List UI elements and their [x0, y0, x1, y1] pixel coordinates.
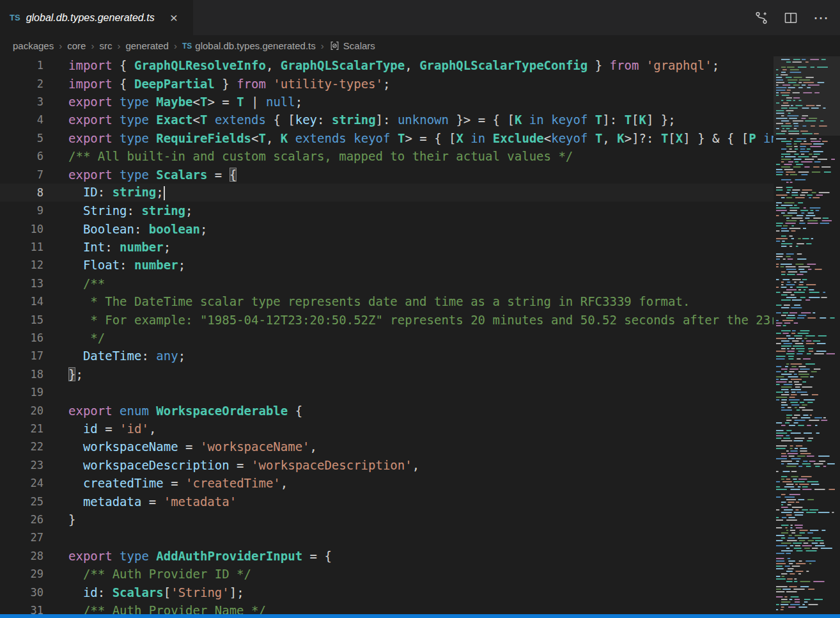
line-number[interactable]: 10	[0, 223, 43, 235]
code-line[interactable]: 6/** All built-in and custom scalars, ma…	[0, 147, 774, 165]
code-line[interactable]: 17 DateTime: any;	[0, 347, 774, 365]
line-number[interactable]: 23	[0, 459, 43, 471]
code-token: =	[229, 458, 251, 472]
line-number[interactable]: 15	[0, 313, 43, 326]
breadcrumb-item-src[interactable]: src	[99, 40, 112, 51]
code-token: =	[98, 422, 120, 436]
code-token: }> = { [	[449, 113, 515, 127]
code-line[interactable]: 12 Float: number;	[0, 256, 774, 274]
breadcrumb-item-file[interactable]: TS global.db.types.generated.ts	[182, 40, 316, 51]
code-line[interactable]: 8 ID: string;	[0, 184, 774, 202]
line-number[interactable]: 3	[0, 95, 43, 108]
code-token: ,	[310, 440, 317, 454]
code-token: ,	[412, 458, 419, 472]
code-line[interactable]: 3export type Maybe<T> = T | null;	[0, 93, 774, 111]
code-token: ,	[602, 131, 617, 145]
code-editor[interactable]: 1import { GraphQLResolveInfo, GraphQLSca…	[0, 56, 774, 614]
code-text: export type Maybe<T> = T | null;	[68, 95, 302, 109]
minimap-slider[interactable]	[774, 56, 840, 136]
code-line[interactable]: 29 /** Auth Provider ID */	[0, 565, 774, 583]
code-token	[68, 331, 90, 345]
line-number[interactable]: 30	[0, 586, 43, 599]
line-number[interactable]: 2	[0, 77, 43, 90]
line-number[interactable]: 17	[0, 349, 43, 362]
code-line[interactable]: 31 /** Auth Provider Name */	[0, 601, 774, 614]
line-number[interactable]: 22	[0, 440, 43, 453]
code-line[interactable]: 27	[0, 528, 774, 546]
line-number[interactable]: 16	[0, 331, 43, 344]
code-token	[113, 131, 120, 145]
line-number[interactable]: 14	[0, 295, 43, 308]
code-line[interactable]: 11 Int: number;	[0, 238, 774, 256]
code-token: =	[164, 476, 185, 490]
code-line[interactable]: 10 Boolean: boolean;	[0, 220, 774, 238]
code-line[interactable]: 15 * For example: "1985-04-12T23:20:50.5…	[0, 310, 774, 328]
code-line[interactable]: 16 */	[0, 329, 774, 347]
code-line[interactable]: 30 id: Scalars['String'];	[0, 583, 774, 601]
breadcrumb-item-core[interactable]: core	[67, 40, 86, 51]
line-number[interactable]: 26	[0, 513, 43, 526]
code-line[interactable]: 14 * The DateTime scalar type represents…	[0, 292, 774, 310]
code-token: :	[134, 222, 149, 236]
code-line[interactable]: 19	[0, 383, 774, 401]
code-line[interactable]: 4export type Exact<T extends { [key: str…	[0, 111, 774, 129]
editor-tab[interactable]: TS global.db.types.generated.ts ×	[0, 0, 193, 35]
code-line[interactable]: 26}	[0, 511, 774, 528]
code-text: workspaceDescription = 'workspaceDescrip…	[68, 458, 419, 472]
code-line[interactable]: 18};	[0, 365, 774, 383]
code-token: 'String'	[171, 585, 229, 599]
line-number[interactable]: 7	[0, 168, 43, 181]
code-line[interactable]: 1import { GraphQLResolveInfo, GraphQLSca…	[0, 56, 774, 74]
line-number[interactable]: 12	[0, 258, 43, 271]
close-tab-icon[interactable]: ×	[168, 11, 180, 24]
breadcrumb-item-packages[interactable]: packages	[13, 40, 54, 51]
line-number[interactable]: 20	[0, 404, 43, 417]
minimap-content[interactable]	[774, 56, 840, 614]
line-number[interactable]: 31	[0, 604, 43, 614]
code-token: ,	[405, 58, 419, 72]
code-token: from	[237, 77, 266, 91]
breadcrumb-item-symbol[interactable]: Scalars	[329, 40, 375, 51]
code-text: String: string;	[68, 203, 193, 218]
code-line[interactable]: 25 metadata = 'metadata'	[0, 492, 774, 510]
code-line[interactable]: 13 /**	[0, 274, 774, 292]
more-actions-icon[interactable]: ⋯	[813, 10, 828, 26]
code-token	[149, 168, 156, 182]
code-line[interactable]: 21 id = 'id',	[0, 420, 774, 438]
line-number[interactable]: 4	[0, 113, 43, 126]
code-line[interactable]: 22 workspaceName = 'workspaceName',	[0, 438, 774, 456]
line-number[interactable]: 24	[0, 477, 43, 489]
line-number[interactable]: 9	[0, 204, 43, 217]
code-line[interactable]: 9 String: string;	[0, 202, 774, 219]
line-number[interactable]: 1	[0, 59, 43, 72]
line-number[interactable]: 6	[0, 150, 43, 162]
code-text: * The DateTime scalar type represents da…	[68, 294, 690, 308]
line-number[interactable]: 11	[0, 241, 43, 253]
code-line[interactable]: 23 workspaceDescription = 'workspaceDesc…	[0, 456, 774, 474]
line-number[interactable]: 19	[0, 386, 43, 399]
code-line[interactable]: 5export type RequireFields<T, K extends …	[0, 129, 774, 147]
code-token: id	[83, 422, 98, 436]
line-number[interactable]: 28	[0, 550, 43, 562]
code-line[interactable]: 7export type Scalars = {	[0, 165, 774, 183]
minimap[interactable]	[774, 56, 840, 614]
line-number[interactable]: 13	[0, 277, 43, 290]
line-number[interactable]: 25	[0, 495, 43, 508]
code-line[interactable]: 24 createdTime = 'createdTime',	[0, 474, 774, 492]
line-number[interactable]: 18	[0, 368, 43, 381]
line-number[interactable]: 8	[0, 186, 43, 199]
breadcrumb-item-generated[interactable]: generated	[125, 40, 169, 51]
compare-changes-icon[interactable]	[754, 11, 768, 25]
code-token	[68, 276, 83, 290]
line-number[interactable]: 21	[0, 422, 43, 435]
code-line[interactable]: 20export enum WorkspaceOrderable {	[0, 401, 774, 419]
line-number[interactable]: 27	[0, 531, 43, 544]
code-line[interactable]: 28export type AddAuthProviderInput = {	[0, 547, 774, 565]
code-line[interactable]: 2import { DeepPartial } from 'utility-ty…	[0, 74, 774, 92]
code-token: :	[141, 349, 156, 363]
code-token: export	[68, 131, 113, 145]
line-number[interactable]: 29	[0, 567, 43, 580]
line-number[interactable]: 5	[0, 132, 43, 145]
code-token: unknown	[398, 113, 449, 127]
split-editor-icon[interactable]	[784, 11, 798, 25]
